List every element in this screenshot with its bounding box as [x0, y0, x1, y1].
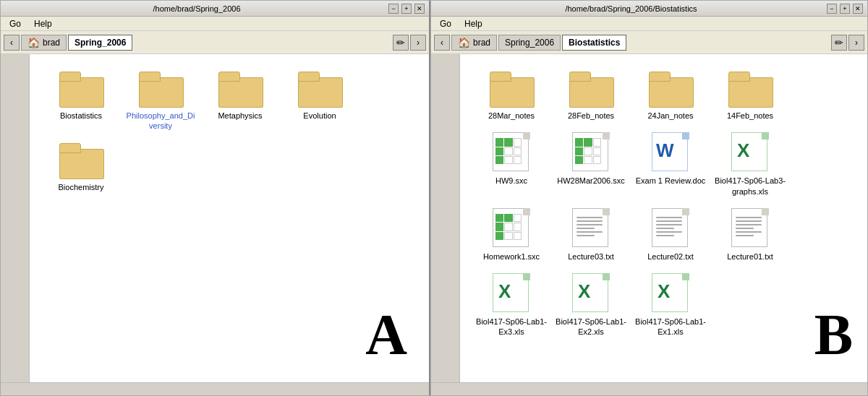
left-content-area: Biostatistics Philosophy_and_Diversity M…: [1, 54, 429, 382]
left-breadcrumb-spring2006-label: Spring_2006: [75, 38, 126, 48]
xlsx-file-icon: X: [572, 273, 610, 314]
right-forward-button[interactable]: ›: [848, 35, 864, 51]
left-minimize-button[interactable]: −: [388, 4, 399, 14]
file-label: Biol417-Sp06-Lab1-Ex2.xls: [555, 317, 627, 337]
docx-file-icon: W: [652, 132, 689, 173]
sxc-file-icon: [493, 132, 530, 173]
sxc-file-icon: [493, 208, 530, 249]
right-file-area: 28Mar_notes 28Feb_notes 24Jan_notes 14Fe…: [460, 54, 867, 382]
file-label: 28Mar_notes: [488, 111, 535, 121]
folder-icon: [569, 72, 613, 108]
list-item[interactable]: Biochemistry: [41, 137, 121, 198]
list-item[interactable]: HW9.sxc: [472, 126, 551, 202]
list-item[interactable]: Biostatistics: [41, 66, 121, 137]
file-label: Philosophy_and_Diversity: [124, 111, 197, 132]
left-title-bar: /home/brad/Spring_2006 − + ✕: [1, 1, 429, 17]
list-item[interactable]: Homework1.sxc: [472, 202, 551, 267]
right-status-bar: [431, 382, 867, 395]
right-breadcrumb-home[interactable]: 🏠 brad: [451, 35, 497, 51]
list-item[interactable]: Evolution: [280, 66, 359, 137]
folder-icon: [490, 72, 533, 108]
big-letter-a: A: [365, 302, 407, 368]
list-item[interactable]: Philosophy_and_Diversity: [121, 66, 200, 137]
right-minimize-button[interactable]: −: [827, 4, 837, 14]
left-sidebar: [1, 54, 30, 382]
right-maximize-button[interactable]: +: [840, 4, 850, 14]
left-toolbar: ‹ 🏠 brad Spring_2006 ✏ ›: [1, 31, 429, 54]
xlsx-file-icon: X: [731, 132, 769, 173]
right-edit-button[interactable]: ✏: [831, 35, 847, 51]
file-label: Lecture01.txt: [727, 251, 773, 262]
list-item[interactable]: Lecture02.txt: [631, 202, 710, 267]
left-breadcrumb-brad: brad: [43, 38, 60, 48]
folder-icon: [298, 72, 341, 108]
list-item[interactable]: 24Jan_notes: [631, 66, 710, 126]
right-breadcrumb-brad: brad: [473, 38, 490, 48]
list-item[interactable]: 28Mar_notes: [472, 66, 551, 126]
right-menu-go[interactable]: Go: [437, 18, 454, 30]
sxc-file-icon: [572, 132, 610, 173]
file-label: Biostatistics: [60, 111, 102, 121]
list-item[interactable]: X Biol417-Sp06-Lab1-Ex2.xls: [551, 267, 631, 343]
folder-icon: [59, 143, 103, 179]
txt-file-icon: [731, 208, 769, 249]
right-toolbar: ‹ 🏠 brad Spring_2006 Biostatistics ✏ ›: [431, 31, 867, 54]
list-item[interactable]: X Biol417-Sp06-Lab1-Ex3.xls: [472, 267, 551, 343]
left-breadcrumb-spring2006[interactable]: Spring_2006: [68, 35, 132, 51]
right-breadcrumb-spring2006-label: Spring_2006: [505, 38, 554, 48]
file-label: Exam 1 Review.doc: [636, 176, 706, 186]
file-label: Lecture02.txt: [647, 251, 694, 262]
left-maximize-button[interactable]: +: [401, 4, 412, 14]
file-label: Evolution: [303, 111, 336, 121]
right-content-area: 28Mar_notes 28Feb_notes 24Jan_notes 14Fe…: [431, 54, 867, 382]
right-sidebar: [431, 54, 460, 382]
xlsx-file-icon: X: [652, 273, 689, 314]
right-breadcrumb-biostatistics-label: Biostatistics: [569, 38, 620, 48]
left-menu-help[interactable]: Help: [31, 18, 55, 30]
right-menu-bar: Go Help: [431, 17, 867, 31]
right-breadcrumb-biostatistics[interactable]: Biostatistics: [562, 35, 626, 51]
list-item[interactable]: W Exam 1 Review.doc: [631, 126, 710, 202]
file-label: Metaphysics: [218, 111, 262, 121]
home-icon: 🏠: [27, 37, 40, 48]
file-label: Biochemistry: [59, 182, 104, 192]
list-item[interactable]: X Biol417-Sp06-Lab1-Ex1.xls: [631, 267, 710, 343]
list-item[interactable]: Metaphysics: [200, 66, 280, 137]
list-item[interactable]: HW28Mar2006.sxc: [551, 126, 631, 202]
right-menu-help[interactable]: Help: [461, 18, 485, 30]
left-file-area: Biostatistics Philosophy_and_Diversity M…: [30, 54, 429, 382]
file-label: 14Feb_notes: [727, 111, 773, 121]
file-label: HW9.sxc: [495, 176, 527, 186]
left-status-bar: [1, 382, 429, 395]
list-item[interactable]: Lecture03.txt: [551, 202, 631, 267]
right-back-button[interactable]: ‹: [434, 35, 450, 51]
left-window-title: /home/brad/Spring_2006: [5, 4, 388, 13]
right-window-title: /home/brad/Spring_2006/Biostatistics: [435, 4, 827, 13]
left-forward-button[interactable]: ›: [410, 35, 426, 51]
file-label: 28Feb_notes: [568, 111, 614, 121]
file-label: Biol417-Sp06-Lab1-Ex3.xls: [475, 317, 548, 337]
file-label: Homework1.sxc: [483, 251, 540, 262]
list-item[interactable]: Lecture01.txt: [710, 202, 790, 267]
left-menu-go[interactable]: Go: [7, 18, 24, 30]
left-title-buttons: − + ✕: [388, 4, 425, 14]
txt-file-icon: [572, 208, 610, 249]
left-breadcrumb-home[interactable]: 🏠 brad: [21, 35, 67, 51]
folder-icon: [728, 72, 772, 108]
file-label: Biol417-Sp06-Lab3-graphs.xls: [714, 176, 786, 197]
left-close-button[interactable]: ✕: [414, 4, 425, 14]
file-label: HW28Mar2006.sxc: [557, 176, 625, 186]
left-edit-button[interactable]: ✏: [393, 35, 409, 51]
left-back-button[interactable]: ‹: [4, 35, 20, 51]
right-close-button[interactable]: ✕: [853, 4, 863, 14]
xlsx-file-icon: X: [493, 273, 530, 314]
txt-file-icon: [652, 208, 689, 249]
left-menu-bar: Go Help: [1, 17, 429, 31]
home-icon: 🏠: [458, 37, 470, 48]
list-item[interactable]: 28Feb_notes: [551, 66, 631, 126]
list-item[interactable]: 14Feb_notes: [710, 66, 790, 126]
folder-icon: [59, 72, 103, 108]
folder-icon: [649, 72, 692, 108]
list-item[interactable]: X Biol417-Sp06-Lab3-graphs.xls: [710, 126, 790, 202]
right-breadcrumb-spring2006[interactable]: Spring_2006: [498, 35, 561, 51]
